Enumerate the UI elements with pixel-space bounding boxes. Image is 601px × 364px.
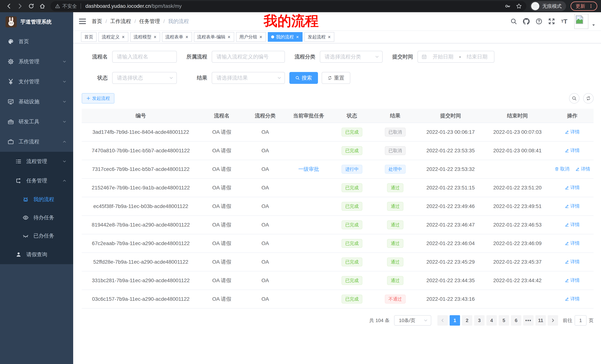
sidebar-item-infrastructure[interactable]: 基础设施 [0, 92, 73, 112]
tab-process-form-edit[interactable]: 流程表单-编辑× [194, 32, 234, 42]
row-end-time: 2022-01-23 00:08:41 [493, 148, 541, 153]
row-detail-link[interactable]: 详情 [565, 240, 580, 246]
start-process-button[interactable]: 发起流程 [82, 93, 114, 104]
page-button-2[interactable]: 2 [462, 315, 472, 326]
breadcrumb-home[interactable]: 首页 [92, 18, 102, 25]
tab-process-model[interactable]: 流程模型× [130, 32, 160, 42]
page-button-11[interactable]: 11 [535, 315, 546, 326]
col-status: 状态 [331, 109, 373, 123]
tab-user-group[interactable]: 用户分组× [236, 32, 266, 42]
monitor-icon [8, 99, 14, 105]
result-select[interactable]: 请选择流结果 [212, 72, 285, 84]
sidebar-item-leave-query[interactable]: 请假查询 [0, 245, 73, 264]
browser-menu-icon[interactable] [589, 4, 593, 9]
sidebar-item-task-management[interactable]: 任务管理 [0, 171, 73, 190]
page-button-3[interactable]: 3 [474, 315, 485, 326]
sidebar-item-todo-tasks[interactable]: 待办任务 [0, 209, 73, 227]
row-detail-link[interactable]: 详情 [565, 129, 580, 135]
fullscreen-icon[interactable] [547, 17, 556, 26]
close-icon[interactable]: × [121, 35, 125, 39]
row-detail-link[interactable]: 详情 [565, 296, 580, 302]
tab-process-definition[interactable]: 流程定义× [99, 32, 128, 42]
close-icon[interactable]: × [327, 35, 331, 39]
sidebar-item-process-management[interactable]: 流程管理 [0, 152, 73, 171]
sidebar-item-workflow[interactable]: 工作流程 [0, 132, 73, 152]
browser-update-button[interactable]: 更新 [571, 1, 597, 11]
browser-home-button[interactable] [37, 1, 48, 11]
page-more-button[interactable]: ••• [523, 315, 534, 326]
top-navbar: 首页 / 工作流程 / 任务管理 / 我的流程 TT [73, 12, 601, 31]
row-detail-link[interactable]: 详情 [565, 277, 580, 283]
row-current-task-link[interactable]: 一级审批 [298, 166, 319, 172]
tab-start-process[interactable]: 发起流程× [304, 32, 334, 42]
col-actions: 操作 [551, 109, 594, 123]
row-detail-link[interactable]: 详情 [565, 184, 580, 191]
page-button-6[interactable]: 6 [511, 315, 521, 326]
page-button-5[interactable]: 5 [499, 315, 509, 326]
font-size-icon[interactable]: TT [559, 17, 569, 26]
row-detail-link[interactable]: 详情 [565, 147, 580, 153]
tab-my-process[interactable]: 我的流程× [268, 32, 302, 42]
process-definition-input[interactable] [212, 51, 285, 63]
sidebar-item-my-process[interactable]: 我的流程 [0, 190, 73, 209]
reset-button[interactable]: 重置 [322, 72, 350, 84]
browser-back-button[interactable] [4, 1, 14, 11]
goto-page-input[interactable] [575, 315, 587, 326]
app-logo[interactable]: 芋道管理系统 [0, 12, 73, 31]
bookmark-star-icon[interactable] [516, 3, 522, 9]
page-button-1[interactable]: 1 [450, 315, 460, 326]
chevron-down-icon [62, 80, 67, 84]
process-name-input[interactable] [112, 51, 177, 63]
close-icon[interactable]: × [185, 35, 189, 39]
process-definition-label: 所属流程 [181, 53, 207, 60]
submit-time-range-picker[interactable]: 开始日期 - 结束日期 [418, 51, 494, 63]
prev-page-button[interactable] [437, 315, 448, 326]
tab-home[interactable]: 首页 [81, 32, 97, 42]
sidebar-item-home[interactable]: 首页 [0, 31, 73, 52]
browser-reload-button[interactable] [26, 1, 36, 11]
next-page-button[interactable] [548, 315, 558, 326]
close-icon[interactable]: × [227, 35, 231, 39]
row-category: OA [261, 129, 269, 135]
page-button-4[interactable]: 4 [486, 315, 497, 326]
avatar-caret-icon[interactable] [591, 23, 596, 27]
refresh-table-button[interactable] [583, 93, 594, 104]
page-size-select[interactable]: 10条/页 [394, 315, 431, 326]
close-icon[interactable]: × [153, 35, 157, 39]
row-cancel-link[interactable]: 取消 [555, 166, 570, 172]
row-detail-link[interactable]: 详情 [565, 203, 580, 209]
close-icon[interactable]: × [296, 35, 299, 39]
row-detail-link[interactable]: 详情 [565, 221, 580, 228]
pen-icon [575, 167, 580, 171]
github-icon[interactable] [521, 17, 531, 26]
row-status-badge: 已完成 [341, 128, 362, 136]
header-search-button[interactable] [509, 17, 519, 26]
row-status-badge: 已完成 [341, 239, 362, 248]
search-button[interactable]: 搜索 [289, 72, 318, 84]
status-select[interactable]: 请选择状态 [112, 72, 177, 84]
toolbox-icon [8, 119, 14, 125]
browser-forward-button[interactable] [15, 1, 25, 11]
row-process-name: OA 请假 [212, 166, 231, 172]
calendar-icon [421, 54, 427, 59]
close-icon[interactable]: × [259, 35, 263, 39]
row-detail-link[interactable]: 详情 [565, 259, 580, 265]
process-category-select[interactable]: 请选择流程分类 [320, 51, 383, 63]
sidebar-item-payment-management[interactable]: 支付管理 [0, 72, 73, 92]
address-bar[interactable]: 不安全 dashboard.yudao.iocoder.cn/bpm/task/… [50, 1, 526, 11]
breadcrumb-workflow[interactable]: 工作流程 [110, 18, 131, 25]
sidebar-item-done-tasks[interactable]: 已办任务 [0, 227, 73, 245]
sidebar-toggle-icon[interactable] [78, 17, 87, 25]
password-key-icon[interactable] [505, 3, 511, 9]
sidebar-item-system-management[interactable]: 系统管理 [0, 52, 73, 72]
breadcrumb-task-management[interactable]: 任务管理 [139, 18, 160, 25]
gear-icon [8, 59, 14, 65]
avatar[interactable] [574, 14, 588, 29]
table-header-row: 编号 流程名 流程分类 当前审批任务 状态 结果 提交时间 结束时间 操作 [82, 109, 594, 123]
sidebar-item-dev-tools[interactable]: 研发工具 [0, 112, 73, 132]
help-icon[interactable] [534, 17, 544, 26]
tab-process-form[interactable]: 流程表单× [162, 32, 192, 42]
toggle-search-button[interactable] [569, 93, 580, 104]
row-id: 7470a810-7b9b-11ec-b5b7-acde48001122 [92, 148, 190, 153]
row-detail-link[interactable]: 详情 [575, 166, 590, 172]
